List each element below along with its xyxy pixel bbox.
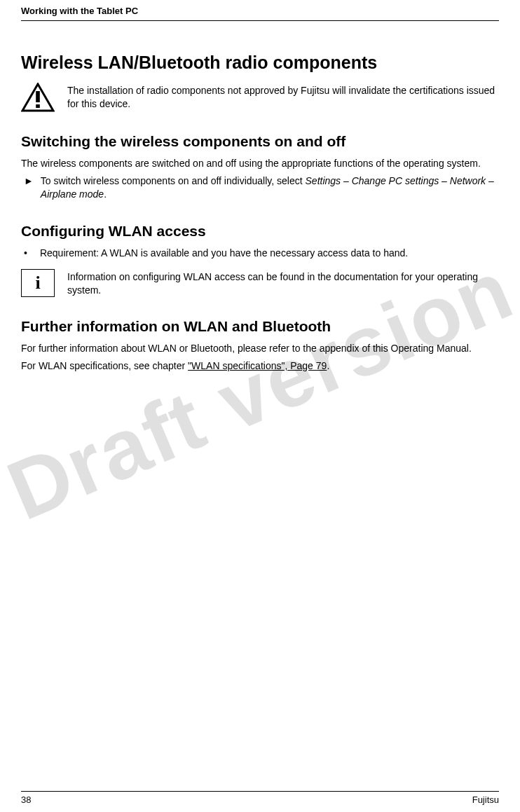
further-p2: For WLAN specifications, see chapter "WL…	[21, 359, 499, 373]
page-number: 38	[21, 794, 31, 805]
heading-configuring: Configuring WLAN access	[21, 223, 499, 240]
warning-callout: The installation of radio components not…	[21, 83, 499, 112]
bullet-text: Requirement: A WLAN is available and you…	[40, 247, 408, 261]
further-p1: For further information about WLAN or Bl…	[21, 342, 499, 355]
further-prefix: For WLAN specifications, see chapter	[21, 360, 188, 371]
footer-brand: Fujitsu	[472, 794, 499, 805]
further-suffix: .	[327, 360, 329, 371]
heading-further: Further information on WLAN and Bluetoot…	[21, 318, 499, 335]
step-list: ► To switch wireless components on and o…	[21, 174, 499, 202]
header-section-title: Working with the Tablet PC	[21, 6, 499, 20]
heading-switching: Switching the wireless components on and…	[21, 133, 499, 150]
content: Wireless LAN/Bluetooth radio components …	[21, 53, 499, 372]
header-rule	[21, 20, 499, 21]
step-suffix: .	[104, 188, 107, 200]
info-icon: i	[21, 269, 55, 297]
arrow-bullet-icon: ►	[24, 174, 34, 202]
bullet-item: • Requirement: A WLAN is available and y…	[21, 247, 499, 261]
step-item: ► To switch wireless components on and o…	[21, 174, 499, 202]
switching-intro: The wireless components are switched on …	[21, 157, 499, 170]
warning-text: The installation of radio components not…	[67, 83, 499, 111]
svg-rect-2	[36, 104, 40, 108]
info-callout: i Information on configuring WLAN access…	[21, 269, 499, 297]
warning-icon	[21, 83, 55, 112]
bullet-dot-icon: •	[24, 247, 27, 261]
wlan-spec-link[interactable]: "WLAN specifications", Page 79	[188, 360, 327, 371]
footer-rule	[21, 791, 499, 792]
page-title: Wireless LAN/Bluetooth radio components	[21, 53, 499, 73]
bullet-list: • Requirement: A WLAN is available and y…	[21, 247, 499, 261]
step-text: To switch wireless components on and off…	[41, 174, 499, 202]
footer: 38 Fujitsu	[21, 791, 499, 805]
svg-rect-1	[36, 91, 40, 102]
info-text: Information on configuring WLAN access c…	[67, 269, 499, 297]
step-prefix: To switch wireless components on and off…	[41, 175, 306, 186]
